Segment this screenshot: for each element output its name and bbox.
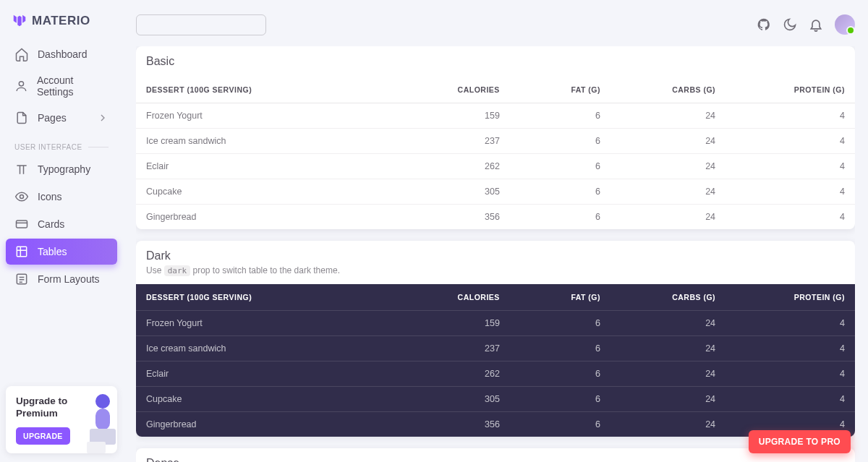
sidebar-item-label: Dashboard (38, 48, 88, 60)
cell-carbs: 24 (610, 362, 726, 387)
cell-fat: 6 (510, 362, 610, 387)
cell-calories: 262 (409, 154, 510, 179)
cell-name: Cupcake (136, 387, 409, 412)
avatar[interactable] (835, 14, 855, 35)
sidebar-item-label: Tables (38, 246, 67, 257)
svg-point-0 (19, 82, 23, 86)
brand[interactable]: MATERIO (6, 9, 117, 40)
cell-calories: 356 (409, 205, 510, 230)
bell-icon[interactable] (809, 17, 823, 32)
sidebar-item-form-layouts[interactable]: Form Layouts (6, 266, 117, 292)
cell-fat: 6 (510, 103, 610, 129)
cell-calories: 356 (409, 412, 510, 437)
sidebar-item-label: Typography (38, 163, 90, 175)
cell-calories: 262 (409, 362, 510, 387)
table-row: Gingerbread3566244 (136, 205, 855, 230)
cell-protein: 4 (726, 362, 855, 387)
cell-carbs: 24 (610, 154, 726, 179)
th-fat[interactable]: Fat (g) (510, 284, 610, 311)
cell-fat: 6 (510, 129, 610, 154)
card-basic: Basic Dessert (100g serving) Calories Fa… (136, 46, 855, 229)
cell-fat: 6 (510, 179, 610, 205)
card-dark: Dark Use dark prop to switch table to th… (136, 241, 855, 437)
cell-carbs: 24 (610, 412, 726, 437)
cell-carbs: 24 (610, 103, 726, 129)
th-calories[interactable]: Calories (409, 284, 510, 311)
th-dessert[interactable]: Dessert (100g serving) (136, 77, 409, 103)
cell-carbs: 24 (610, 336, 726, 362)
sidebar-item-label: Account Settings (37, 74, 109, 98)
th-fat[interactable]: Fat (g) (510, 77, 610, 103)
typography-icon (14, 162, 29, 176)
th-carbs[interactable]: Carbs (g) (610, 77, 726, 103)
sidebar-item-label: Pages (38, 112, 67, 124)
cell-name: Gingerbread (136, 412, 409, 437)
table-row: Cupcake3056244 (136, 387, 855, 412)
search-box[interactable] (136, 14, 266, 35)
svg-rect-3 (17, 247, 26, 256)
sidebar: MATERIO Dashboard Account Settings Pages… (0, 0, 123, 462)
card-title: Basic (146, 55, 845, 68)
sidebar-item-dashboard[interactable]: Dashboard (6, 41, 117, 67)
cell-carbs: 24 (610, 205, 726, 230)
table-icon (14, 244, 29, 259)
sidebar-item-pages[interactable]: Pages (6, 105, 117, 131)
cell-name: Frozen Yogurt (136, 311, 409, 336)
sidebar-item-tables[interactable]: Tables (6, 239, 117, 265)
cell-protein: 4 (726, 154, 855, 179)
cell-fat: 6 (510, 336, 610, 362)
card-title: Dark (146, 249, 845, 262)
cell-protein: 4 (726, 387, 855, 412)
cell-calories: 159 (409, 103, 510, 129)
cell-fat: 6 (510, 412, 610, 437)
cell-name: Frozen Yogurt (136, 103, 409, 129)
sidebar-item-label: Cards (38, 218, 64, 230)
sidebar-item-cards[interactable]: Cards (6, 211, 117, 237)
logo-icon (12, 13, 27, 29)
th-protein[interactable]: Protein (g) (726, 284, 855, 311)
svg-point-1 (20, 195, 24, 199)
svg-point-5 (95, 394, 110, 408)
github-icon[interactable] (757, 17, 771, 32)
cell-carbs: 24 (610, 387, 726, 412)
chevron-right-icon (97, 112, 109, 124)
svg-rect-6 (95, 408, 110, 430)
cell-name: Eclair (136, 154, 409, 179)
sidebar-item-label: Form Layouts (38, 273, 100, 285)
search-input[interactable] (150, 19, 276, 30)
cell-name: Gingerbread (136, 205, 409, 230)
sidebar-item-account-settings[interactable]: Account Settings (6, 69, 117, 103)
cell-protein: 4 (726, 311, 855, 336)
th-carbs[interactable]: Carbs (g) (610, 284, 726, 311)
upgrade-button[interactable]: UPGRADE (16, 427, 70, 445)
cell-calories: 305 (409, 179, 510, 205)
svg-rect-8 (87, 442, 106, 453)
sidebar-item-typography[interactable]: Typography (6, 156, 117, 182)
th-dessert[interactable]: Dessert (100g serving) (136, 284, 409, 311)
upgrade-to-pro-button[interactable]: UPGRADE TO PRO (749, 430, 851, 453)
cell-protein: 4 (726, 179, 855, 205)
user-icon (14, 79, 28, 93)
file-icon (14, 111, 29, 125)
home-icon (14, 47, 29, 61)
card-subtitle: Use dark prop to switch table to the dar… (146, 265, 845, 275)
sidebar-item-icons[interactable]: Icons (6, 184, 117, 210)
cell-fat: 6 (510, 205, 610, 230)
cell-name: Eclair (136, 362, 409, 387)
cell-name: Ice cream sandwich (136, 336, 409, 362)
table-row: Frozen Yogurt1596244 (136, 103, 855, 129)
theme-toggle-icon[interactable] (783, 17, 797, 32)
eye-icon (14, 189, 29, 204)
upgrade-illustration (80, 391, 126, 456)
cell-carbs: 24 (610, 179, 726, 205)
cell-carbs: 24 (610, 311, 726, 336)
cell-calories: 237 (409, 336, 510, 362)
cell-protein: 4 (726, 205, 855, 230)
table-basic: Dessert (100g serving) Calories Fat (g) … (136, 77, 855, 229)
svg-rect-2 (17, 221, 27, 228)
th-protein[interactable]: Protein (g) (726, 77, 855, 103)
th-calories[interactable]: Calories (409, 77, 510, 103)
card-dense: Dense (136, 448, 855, 462)
table-row: Gingerbread3566244 (136, 412, 855, 437)
table-row: Frozen Yogurt1596244 (136, 311, 855, 336)
